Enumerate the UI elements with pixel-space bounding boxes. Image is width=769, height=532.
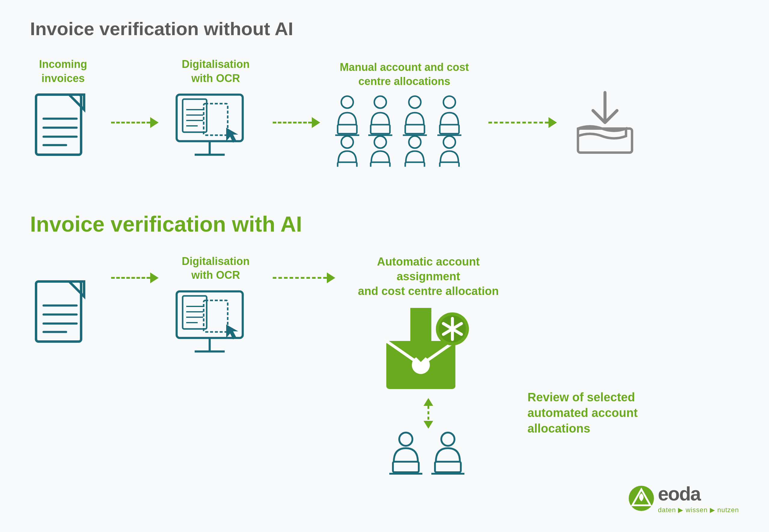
- svg-rect-34: [440, 162, 459, 167]
- top-flow-row: Incoming invoices: [30, 57, 739, 170]
- svg-rect-25: [440, 125, 459, 134]
- top-section-title: Invoice verification without AI: [30, 18, 739, 39]
- page: Invoice verification without AI Incoming…: [0, 0, 769, 532]
- inbox-icon: [572, 90, 638, 162]
- eoda-tagline: daten ▶ wissen ▶ nutzen: [658, 506, 739, 514]
- incoming-invoices-bottom: [30, 278, 96, 357]
- svg-rect-28: [338, 162, 357, 167]
- svg-point-18: [374, 96, 386, 108]
- eoda-logo-text: eoda: [658, 483, 739, 505]
- svg-point-31: [409, 136, 421, 148]
- svg-rect-16: [338, 125, 357, 134]
- section-gap: [30, 188, 739, 212]
- manual-allocation: Manual account and cost centre allocatio…: [335, 60, 473, 167]
- document-icon: [30, 92, 96, 170]
- vertical-double-arrow: [424, 398, 433, 429]
- auto-allocation-label: Automatic account assignment and cost ce…: [350, 254, 506, 299]
- eoda-logo: eoda daten ▶ wissen ▶ nutzen: [628, 483, 739, 514]
- svg-point-24: [443, 96, 455, 108]
- svg-point-63: [441, 433, 454, 446]
- review-people-icons: [386, 432, 470, 478]
- svg-rect-64: [435, 462, 461, 472]
- svg-rect-30: [371, 162, 390, 167]
- digitalisation-ocr-top: Digitalisation with OCR: [174, 57, 258, 170]
- incoming-invoices-label: Incoming invoices: [39, 57, 87, 86]
- computer-ocr-icon-bottom: [174, 288, 258, 366]
- manual-allocation-label: Manual account and cost centre allocatio…: [340, 60, 469, 89]
- svg-rect-19: [371, 125, 390, 134]
- digitalisation-ocr-bottom-label: Digitalisation with OCR: [182, 254, 250, 283]
- svg-rect-22: [405, 125, 424, 134]
- arrow-bottom-2: [273, 272, 335, 283]
- bottom-flow-row: Digitalisation with OCR: [30, 254, 739, 478]
- top-section: Invoice verification without AI Incoming…: [30, 18, 739, 170]
- svg-point-21: [409, 96, 421, 108]
- digitalisation-ocr-top-label: Digitalisation with OCR: [182, 57, 250, 86]
- ai-inbox-icon: [380, 305, 476, 395]
- svg-point-33: [443, 136, 455, 148]
- bottom-section: Invoice verification with AI: [30, 212, 739, 478]
- arrow-1: [111, 117, 159, 128]
- svg-point-29: [374, 136, 386, 148]
- people-icons: [335, 95, 473, 167]
- inbox-tray: [572, 65, 638, 162]
- svg-point-60: [399, 433, 412, 446]
- review-label: Review of selected automated account all…: [527, 389, 638, 436]
- digitalisation-ocr-bottom: Digitalisation with OCR: [174, 254, 258, 367]
- svg-point-27: [341, 136, 353, 148]
- arrow-2: [273, 117, 320, 128]
- arrow-bottom-1: [111, 272, 159, 283]
- eoda-logo-mark: [628, 485, 655, 512]
- document-icon-bottom: [30, 278, 96, 357]
- svg-rect-61: [393, 462, 419, 472]
- incoming-invoices: Incoming invoices: [30, 57, 96, 170]
- arrow-3: [488, 117, 557, 128]
- svg-rect-36: [578, 129, 632, 153]
- ai-allocation-column: Automatic account assignment and cost ce…: [350, 254, 506, 478]
- computer-ocr-icon: [174, 92, 258, 170]
- bottom-section-title: Invoice verification with AI: [30, 212, 739, 236]
- svg-point-15: [341, 96, 353, 108]
- svg-rect-32: [405, 162, 424, 167]
- review-label-block: Review of selected automated account all…: [527, 389, 638, 442]
